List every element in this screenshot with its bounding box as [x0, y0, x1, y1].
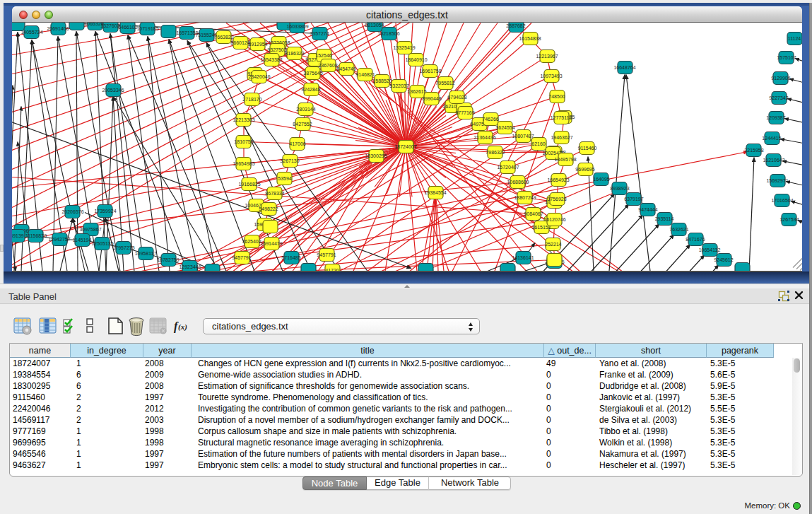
svg-text:1209387: 1209387	[766, 115, 785, 119]
svg-text:1327602: 1327602	[100, 23, 119, 28]
svg-text:8660124: 8660124	[230, 40, 249, 45]
svg-text:19384554: 19384554	[424, 189, 446, 194]
svg-text:9457791: 9457791	[232, 255, 251, 259]
svg-text:9474444: 9474444	[638, 206, 657, 211]
svg-text:8813054: 8813054	[365, 23, 384, 28]
svg-text:19654985: 19654985	[233, 160, 254, 165]
svg-text:9227342: 9227342	[769, 95, 788, 100]
svg-text:252214: 252214	[545, 241, 561, 246]
svg-text:16782759: 16782759	[157, 257, 179, 262]
svg-text:17016504: 17016504	[771, 197, 793, 202]
svg-text:10688609: 10688609	[507, 179, 529, 184]
svg-text:9129906: 9129906	[771, 75, 790, 80]
svg-text:16543382: 16543382	[260, 57, 282, 62]
svg-text:3267130: 3267130	[280, 158, 299, 163]
svg-text:6466102: 6466102	[118, 24, 137, 29]
svg-text:5322037: 5322037	[389, 83, 408, 88]
svg-text:7632621: 7632621	[669, 226, 688, 231]
svg-text:18640910: 18640910	[405, 57, 427, 62]
svg-text:9242848: 9242848	[301, 86, 320, 91]
svg-text:(x): (x)	[178, 322, 187, 332]
svg-text:8912954: 8912954	[248, 41, 267, 46]
svg-text:12505135: 12505135	[91, 240, 113, 245]
svg-text:11124: 11124	[788, 35, 801, 40]
svg-text:10654112: 10654112	[699, 247, 721, 252]
svg-text:9115460: 9115460	[578, 145, 597, 150]
svg-text:3624554: 3624554	[495, 124, 514, 129]
svg-text:16654923: 16654923	[547, 177, 569, 182]
svg-text:164095: 164095	[593, 176, 609, 181]
svg-text:15692971: 15692971	[766, 177, 788, 182]
svg-text:9777169: 9777169	[455, 110, 474, 115]
svg-text:10218506: 10218506	[377, 30, 399, 35]
svg-text:7663822: 7663822	[214, 34, 233, 39]
svg-text:8471676: 8471676	[686, 236, 705, 241]
svg-text:1145194: 1145194	[73, 237, 92, 242]
svg-text:12923446: 12923446	[179, 264, 201, 269]
svg-text:14055724: 14055724	[20, 29, 42, 34]
svg-text:16210643: 16210643	[763, 157, 784, 162]
svg-text:18807249: 18807249	[514, 194, 536, 199]
svg-text:18724007: 18724007	[394, 144, 416, 148]
svg-text:20691406: 20691406	[47, 25, 69, 30]
svg-text:9457791: 9457791	[317, 252, 336, 257]
svg-text:62160: 62160	[531, 141, 546, 146]
svg-text:7986322: 7986322	[486, 149, 505, 154]
svg-text:746266: 746266	[482, 116, 498, 121]
svg-text:8427552: 8427552	[293, 121, 312, 126]
svg-text:9146821: 9146821	[355, 71, 375, 76]
svg-text:9327503: 9327503	[267, 47, 286, 52]
svg-text:53594: 53594	[278, 175, 292, 180]
svg-text:15720407: 15720407	[497, 164, 519, 169]
svg-text:39139: 39139	[12, 233, 24, 238]
svg-text:3875645: 3875645	[303, 70, 322, 75]
svg-text:12213303: 12213303	[233, 117, 254, 122]
svg-text:18300295: 18300295	[365, 153, 387, 158]
svg-text:10973493: 10973493	[540, 73, 562, 78]
svg-text:17957275: 17957275	[112, 245, 134, 250]
svg-text:417006: 417006	[289, 141, 305, 146]
svg-text:17359924: 17359924	[94, 208, 116, 213]
svg-text:16914479: 16914479	[260, 240, 282, 245]
svg-text:2887682: 2887682	[506, 23, 525, 28]
svg-text:1810753: 1810753	[234, 139, 253, 144]
svg-text:1267534: 1267534	[779, 216, 799, 221]
svg-text:8678334: 8678334	[265, 190, 284, 195]
svg-text:12942757: 12942757	[48, 236, 70, 241]
svg-text:2718170: 2718170	[242, 96, 261, 101]
svg-text:7625402: 7625402	[242, 238, 261, 243]
svg-text:13325419: 13325419	[393, 45, 415, 49]
svg-text:16154838: 16154838	[519, 35, 541, 40]
svg-text:16033809: 16033809	[286, 23, 308, 28]
svg-text:16120746: 16120746	[543, 216, 565, 221]
svg-text:5498222: 5498222	[259, 206, 278, 211]
svg-text:19166825: 19166825	[238, 181, 260, 186]
svg-text:7955812: 7955812	[435, 80, 454, 85]
svg-text:6379197: 6379197	[624, 196, 643, 201]
svg-text:9245612: 9245612	[714, 257, 733, 262]
svg-text:152546: 152546	[315, 52, 331, 57]
svg-text:19463627: 19463627	[551, 134, 572, 139]
svg-text:9699695: 9699695	[575, 166, 594, 171]
svg-text:748500: 748500	[548, 93, 565, 98]
svg-text:9084067: 9084067	[524, 211, 543, 216]
svg-text:2803144: 2803144	[296, 106, 315, 111]
svg-text:3215958: 3215958	[744, 147, 763, 152]
svg-text:13495798: 13495798	[554, 156, 576, 161]
svg-text:10958117: 10958117	[135, 250, 157, 255]
svg-text:16961758: 16961758	[419, 68, 441, 73]
svg-text:11156829: 11156829	[25, 233, 47, 238]
svg-text:2367608: 2367608	[318, 62, 337, 67]
svg-text:12213967: 12213967	[536, 53, 558, 58]
svg-text:10719185: 10719185	[136, 25, 158, 30]
svg-text:21364436: 21364436	[473, 134, 495, 139]
svg-text:1362615: 1362615	[407, 88, 426, 93]
svg-text:8938923: 8938923	[610, 185, 629, 190]
svg-text:5716485: 5716485	[281, 255, 300, 259]
svg-text:20206576: 20206576	[61, 209, 83, 214]
svg-text:7357274: 7357274	[310, 30, 329, 35]
svg-text:20053346: 20053346	[102, 87, 124, 92]
svg-text:8990448: 8990448	[422, 95, 441, 100]
svg-text:8454749: 8454749	[336, 66, 355, 71]
svg-text:23420046: 23420046	[248, 74, 270, 78]
